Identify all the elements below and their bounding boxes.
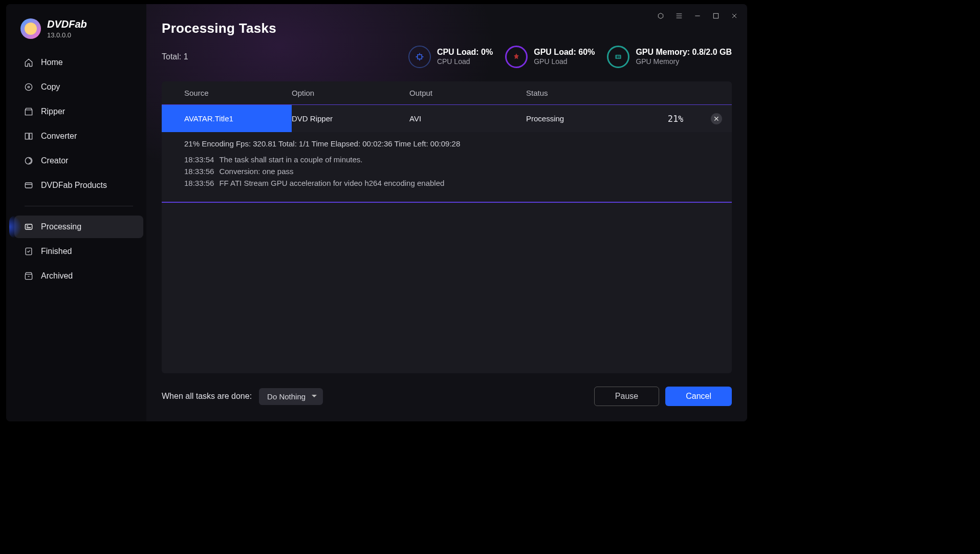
- sidebar-item-label: Copy: [41, 82, 60, 92]
- metric-cpu-title: CPU Load: 0%: [437, 48, 493, 57]
- sidebar-item-label: DVDFab Products: [41, 181, 107, 190]
- metric-mem: GPU Memory: 0.8/2.0 GBGPU Memory: [607, 46, 732, 68]
- log-line: 18:33:56FF ATI Stream GPU acceleration f…: [184, 179, 732, 187]
- archived-icon: [24, 271, 34, 281]
- task-row[interactable]: AVATAR.Title1 DVD Ripper AVI Processing …: [162, 104, 732, 132]
- task-option: DVD Ripper: [292, 114, 409, 123]
- sidebar-item-finished[interactable]: Finished: [14, 240, 143, 263]
- brand-version: 13.0.0.0: [47, 31, 87, 39]
- home-icon: [24, 57, 34, 68]
- svg-rect-8: [27, 226, 28, 227]
- brand-name: DVDFab: [47, 18, 87, 30]
- done-action-select[interactable]: Do Nothing: [259, 388, 323, 405]
- sidebar-item-creator[interactable]: Creator: [14, 150, 143, 172]
- sidebar-item-archived[interactable]: Archived: [14, 265, 143, 287]
- metric-mem-sub: GPU Memory: [636, 57, 679, 66]
- table-header: Source Option Output Status: [162, 81, 732, 104]
- svg-rect-7: [25, 224, 32, 229]
- sidebar-item-home[interactable]: Home: [14, 51, 143, 74]
- log-line: 18:33:54The task shall start in a couple…: [184, 155, 732, 164]
- maximize-icon[interactable]: [711, 11, 721, 20]
- task-progress-line: 21% Encoding Fps: 320.81 Total: 1/1 Time…: [184, 139, 732, 148]
- metric-cpu-sub: CPU Load: [437, 57, 470, 66]
- memory-icon: [607, 46, 629, 68]
- task-percent: 21%: [650, 114, 701, 124]
- disc-icon: [24, 82, 34, 92]
- cpu-icon: [408, 46, 431, 68]
- svg-rect-11: [25, 274, 32, 280]
- task-remove-button[interactable]: ✕: [711, 113, 722, 124]
- minimize-icon[interactable]: [693, 11, 702, 20]
- footer: When all tasks are done: Do Nothing Paus…: [146, 373, 747, 421]
- log-line: 18:33:56Conversion: one pass: [184, 167, 732, 176]
- close-icon[interactable]: [730, 11, 739, 20]
- svg-rect-9: [27, 227, 31, 228]
- nav-divider: [25, 206, 133, 206]
- brand-logo-icon: [20, 18, 41, 39]
- extra-icon[interactable]: [656, 11, 665, 20]
- task-source: AVATAR.Title1: [162, 105, 292, 132]
- cancel-button[interactable]: Cancel: [665, 387, 732, 406]
- col-option: Option: [292, 89, 409, 97]
- sidebar-item-ripper[interactable]: Ripper: [14, 100, 143, 123]
- col-status: Status: [526, 89, 650, 97]
- sidebar-item-processing[interactable]: Processing: [14, 216, 143, 238]
- task-status: Processing: [526, 114, 650, 123]
- metric-mem-title: GPU Memory: 0.8/2.0 GB: [636, 48, 732, 57]
- sidebar-item-label: Creator: [41, 156, 68, 165]
- converter-icon: [24, 131, 34, 141]
- products-icon: [24, 180, 34, 190]
- metric-gpu-title: GPU Load: 60%: [534, 48, 595, 57]
- footer-label: When all tasks are done:: [162, 392, 252, 401]
- col-source: Source: [162, 89, 292, 97]
- sidebar-item-converter[interactable]: Converter: [14, 125, 143, 147]
- svg-rect-0: [713, 13, 718, 18]
- task-panel: Source Option Output Status AVATAR.Title…: [162, 81, 732, 373]
- sidebar-item-label: Converter: [41, 132, 77, 141]
- sidebar-item-label: Finished: [41, 247, 72, 256]
- sidebar-item-products[interactable]: DVDFab Products: [14, 174, 143, 197]
- metric-gpu: GPU Load: 60%GPU Load: [505, 46, 595, 68]
- creator-icon: [24, 156, 34, 166]
- page-title: Processing Tasks: [162, 20, 732, 36]
- sidebar-item-label: Home: [41, 58, 63, 67]
- sidebar-item-copy[interactable]: Copy: [14, 76, 143, 98]
- processing-icon: [24, 222, 34, 232]
- svg-rect-12: [418, 55, 422, 59]
- brand: DVDFab 13.0.0.0: [11, 14, 146, 51]
- menu-icon[interactable]: [674, 11, 684, 20]
- sidebar: DVDFab 13.0.0.0 Home Copy Ripper Convert…: [6, 4, 146, 421]
- task-details: 21% Encoding Fps: 320.81 Total: 1/1 Time…: [162, 132, 732, 203]
- sidebar-item-label: Processing: [41, 222, 81, 231]
- gpu-icon: [505, 46, 528, 68]
- metric-gpu-sub: GPU Load: [534, 57, 567, 66]
- sidebar-item-label: Archived: [41, 271, 73, 281]
- pause-button[interactable]: Pause: [594, 387, 659, 406]
- svg-rect-6: [25, 183, 32, 188]
- main: Processing Tasks Total: 1 CPU Load: 0%CP…: [146, 4, 747, 421]
- svg-point-1: [25, 83, 32, 90]
- box-icon: [24, 106, 34, 117]
- task-output: AVI: [409, 114, 526, 123]
- metric-cpu: CPU Load: 0%CPU Load: [408, 46, 493, 68]
- svg-point-2: [28, 86, 29, 88]
- total-label: Total: 1: [162, 52, 188, 61]
- col-output: Output: [409, 89, 526, 97]
- svg-rect-3: [25, 133, 29, 139]
- sidebar-item-label: Ripper: [41, 107, 65, 116]
- finished-icon: [24, 246, 34, 257]
- svg-rect-4: [30, 133, 32, 139]
